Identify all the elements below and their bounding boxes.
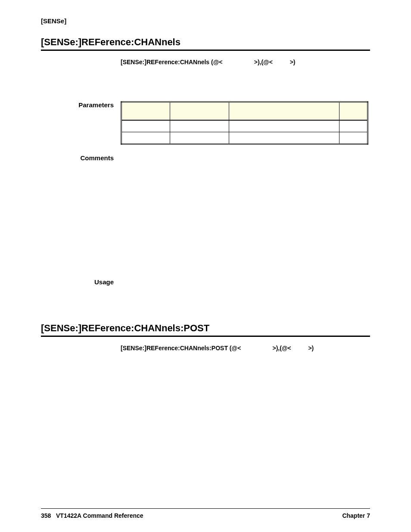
section2-desc2: Refer to [SENSe:]REFerence:CHANnels for … xyxy=(121,398,370,406)
cell: ch_list xyxy=(121,132,170,144)
comment-s1: Step 1. Execute [SENSe:]REFerence comman… xyxy=(121,203,370,212)
usage-body: SENS:REF:CHAN (@108),(@100:107) After ch… xyxy=(121,278,370,305)
th-name: Parameter Name xyxy=(121,102,170,120)
footer-left: 358 VT1422A Command Reference xyxy=(41,512,143,519)
section2-title: [SENSe:]REFerence:CHANnels:POST xyxy=(41,323,370,334)
parameters-table: Parameter Name Parameter Type Range of V… xyxy=(121,101,368,145)
page-number: 358 xyxy=(41,512,51,519)
page-footer: 358 VT1422A Command Reference Chapter 7 xyxy=(41,508,370,519)
cell: 100 - 163 xyxy=(229,132,339,144)
usage-line1: SENS:REF:CHAN (@108),(@100:107) xyxy=(121,278,370,286)
comments-label: Comments xyxy=(80,154,114,162)
table-row: ch_list channel list (string) 100 - 163 … xyxy=(121,132,368,144)
cell: 100 - 163 xyxy=(229,120,339,132)
syntax1-arg1: ref_channel xyxy=(223,59,254,65)
table-row: ref_channel channel list (string) 100 - … xyxy=(121,120,368,132)
cell: none xyxy=(339,120,367,132)
comment-p1: When the channel specified by <ref_chann… xyxy=(121,154,370,179)
footer-right: Chapter 7 xyxy=(342,512,370,519)
section2-syntax: [SENSe:]REFerence:CHANnels:POST (@<ref_c… xyxy=(121,345,370,352)
usage-label: Usage xyxy=(94,278,114,286)
section2-desc3: PLACEHOLDER PLACEHOLDER PLACEHOLDER PLAC… xyxy=(121,411,370,443)
comment-p2: Because of the way this command interact… xyxy=(121,183,370,199)
cell: none xyxy=(339,132,367,144)
usage-line2: After channel 108 is measured, the resul… xyxy=(121,288,370,305)
th-units: Default Units xyxy=(339,102,367,120)
syntax1-bold: [SENSe:]REFerence:CHANnels (@< xyxy=(121,59,223,65)
section2-rule xyxy=(41,336,370,337)
section1-rule xyxy=(41,50,370,51)
th-type: Parameter Type xyxy=(170,102,229,120)
running-header: [SENSe] xyxy=(41,17,370,25)
table-header-row: Parameter Name Parameter Type Range of V… xyxy=(121,102,368,120)
syntax2-sep2: >) xyxy=(308,345,314,352)
section1-title: [SENSe:]REFerence:CHANnels xyxy=(41,37,370,48)
comments-body: When the channel specified by <ref_chann… xyxy=(121,154,370,269)
comment-p3: PLACEHOLDER PLACEHOLDER PLACEHOLDER PLAC… xyxy=(121,224,370,257)
comment-p4: Related commands: [SENSe:]REFerence, [SE… xyxy=(121,261,370,269)
syntax1-sep1: >),(@< xyxy=(254,59,273,65)
footer-rule xyxy=(41,508,370,509)
syntax1-arg2: ch_list xyxy=(273,59,290,65)
section1-desc: configures one channel to make a single … xyxy=(121,67,370,92)
syntax2-bold: [SENSe:]REFerence:CHANnels:POST (@< xyxy=(121,345,241,352)
doc-title: VT1422A Command Reference xyxy=(56,512,143,519)
syntax2-arg1: ref_channel xyxy=(241,345,272,352)
syntax1-sep2: >) xyxy=(290,59,296,65)
section2-desc: configures one channel to make a single … xyxy=(121,353,370,394)
section1-syntax: [SENSe:]REFerence:CHANnels (@<ref_channe… xyxy=(121,59,370,65)
comment-s2: Step 2. Execute [SENSe:]REFerence:CHANne… xyxy=(121,212,370,220)
parameters-label: Parameters xyxy=(78,101,114,109)
syntax2-arg2: ch_list xyxy=(291,345,308,352)
cell: channel list (string) xyxy=(170,120,229,132)
cell: channel list (string) xyxy=(170,132,229,144)
th-range: Range of Values xyxy=(229,102,339,120)
cell: ref_channel xyxy=(121,120,170,132)
syntax2-sep1: >),(@< xyxy=(273,345,291,352)
